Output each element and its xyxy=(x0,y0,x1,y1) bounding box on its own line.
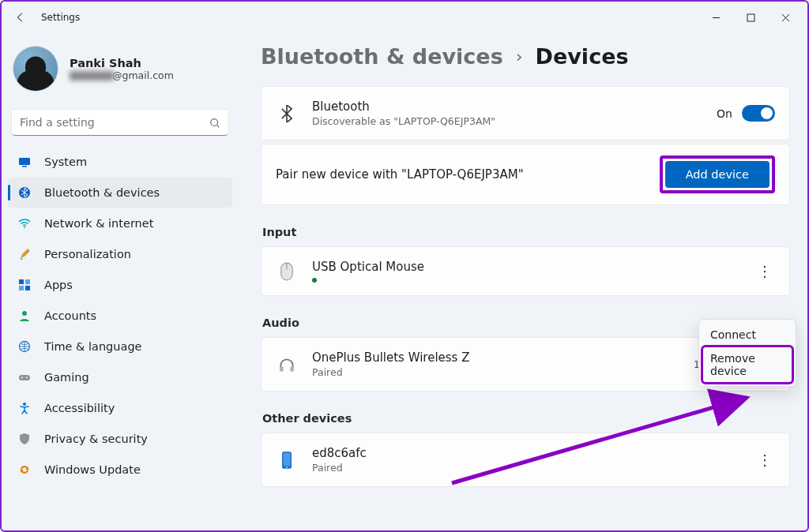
window-title: Settings xyxy=(41,12,80,23)
nav-label: Personalization xyxy=(44,248,131,260)
headphones-icon xyxy=(276,356,298,373)
device-status: Paired xyxy=(312,366,469,378)
device-name: USB Optical Mouse xyxy=(312,260,424,274)
minimize-button[interactable] xyxy=(698,6,733,29)
back-button[interactable] xyxy=(13,9,28,25)
bluetooth-title: Bluetooth xyxy=(312,99,495,114)
nav-label: Network & internet xyxy=(44,217,153,230)
mouse-icon xyxy=(276,262,298,281)
chevron-right-icon: › xyxy=(516,47,523,66)
section-other-label: Other devices xyxy=(262,412,790,425)
bluetooth-subtitle: Discoverable as "LAPTOP-Q6EJP3AM" xyxy=(312,115,495,127)
annotation-highlight-add: Add device xyxy=(660,155,775,193)
svg-rect-8 xyxy=(19,286,24,290)
globe-clock-icon xyxy=(17,339,32,354)
sidebar-item-accessibility[interactable]: Accessibility xyxy=(8,393,232,423)
nav-label: Time & language xyxy=(44,340,142,353)
profile-block[interactable]: Panki Shah @gmail.com xyxy=(8,39,232,103)
svg-rect-7 xyxy=(25,279,30,284)
profile-email: @gmail.com xyxy=(70,69,174,81)
settings-window: Settings Panki Shah @gmail.com xyxy=(0,0,809,532)
bluetooth-icon xyxy=(17,185,32,200)
svg-rect-9 xyxy=(25,286,30,290)
menu-item-remove[interactable]: Remove device xyxy=(702,347,792,383)
profile-name: Panki Shah xyxy=(70,57,174,69)
device-row-other[interactable]: ed8c6afc Paired ⋮ xyxy=(261,433,790,487)
pair-device-card: Pair new device with "LAPTOP-Q6EJP3AM" A… xyxy=(261,144,790,205)
bluetooth-glyph-icon xyxy=(276,105,298,122)
section-input-label: Input xyxy=(262,226,790,238)
sidebar-item-bluetooth[interactable]: Bluetooth & devices xyxy=(8,178,232,208)
page-title: Devices xyxy=(536,44,629,69)
sidebar-item-personalization[interactable]: Personalization xyxy=(8,239,232,269)
breadcrumb-parent[interactable]: Bluetooth & devices xyxy=(261,44,503,69)
add-device-button[interactable]: Add device xyxy=(665,161,769,188)
device-status: Paired xyxy=(312,462,367,474)
svg-rect-0 xyxy=(747,14,754,21)
sidebar-item-accounts[interactable]: Accounts xyxy=(8,301,232,331)
sidebar-item-gaming[interactable]: Gaming xyxy=(8,362,232,392)
search-icon xyxy=(209,117,220,128)
svg-rect-2 xyxy=(19,158,30,165)
sidebar-item-system[interactable]: System xyxy=(8,147,232,177)
svg-rect-21 xyxy=(283,453,290,466)
sidebar-item-apps[interactable]: Apps xyxy=(8,270,232,300)
window-controls xyxy=(698,6,803,29)
svg-rect-6 xyxy=(19,279,24,284)
pair-text: Pair new device with "LAPTOP-Q6EJP3AM" xyxy=(276,167,524,182)
breadcrumb: Bluetooth & devices › Devices xyxy=(261,44,790,69)
sidebar-item-time[interactable]: Time & language xyxy=(8,332,232,362)
nav-label: Bluetooth & devices xyxy=(44,186,160,199)
search-field[interactable] xyxy=(20,116,203,129)
sidebar-item-privacy[interactable]: Privacy & security xyxy=(8,424,232,454)
nav-label: Windows Update xyxy=(44,463,141,476)
svg-point-22 xyxy=(286,466,288,468)
bluetooth-toggle[interactable] xyxy=(742,105,775,122)
device-context-menu: Connect Remove device xyxy=(698,319,796,387)
nav-label: Accounts xyxy=(44,309,96,322)
svg-point-13 xyxy=(21,377,23,379)
device-row-mouse[interactable]: USB Optical Mouse ⋮ xyxy=(261,246,790,296)
avatar xyxy=(13,46,58,92)
more-button[interactable]: ⋮ xyxy=(754,450,775,470)
nav: System Bluetooth & devices Network & int… xyxy=(8,147,232,485)
svg-point-14 xyxy=(26,377,28,379)
sidebar: Panki Shah @gmail.com System Bluetooth &… xyxy=(2,33,239,530)
gamepad-icon xyxy=(17,370,32,384)
nav-label: Gaming xyxy=(44,371,89,384)
phone-icon xyxy=(276,451,298,470)
nav-label: System xyxy=(44,155,87,168)
more-button[interactable]: ⋮ xyxy=(754,261,775,282)
toggle-state-label: On xyxy=(717,107,732,120)
maximize-button[interactable] xyxy=(733,6,768,29)
menu-item-connect[interactable]: Connect xyxy=(702,323,792,347)
device-name: ed8c6afc xyxy=(312,446,367,460)
sidebar-item-network[interactable]: Network & internet xyxy=(8,208,232,238)
shield-icon xyxy=(17,432,32,446)
brush-icon xyxy=(17,247,32,261)
svg-point-5 xyxy=(24,227,25,228)
email-redacted xyxy=(70,71,114,81)
nav-label: Apps xyxy=(44,279,73,291)
status-dot-connected xyxy=(312,278,317,283)
svg-rect-12 xyxy=(19,375,30,380)
person-icon xyxy=(17,309,32,323)
system-icon xyxy=(17,155,32,169)
nav-label: Privacy & security xyxy=(44,433,148,445)
apps-icon xyxy=(17,278,32,292)
update-icon xyxy=(17,463,32,477)
titlebar: Settings xyxy=(2,2,807,33)
wifi-icon xyxy=(17,216,32,230)
bluetooth-toggle-card: Bluetooth Discoverable as "LAPTOP-Q6EJP3… xyxy=(261,86,790,140)
device-name: OnePlus Bullets Wireless Z xyxy=(312,350,469,365)
svg-rect-18 xyxy=(280,366,283,372)
close-button[interactable] xyxy=(768,6,803,29)
svg-point-15 xyxy=(23,403,26,406)
svg-point-10 xyxy=(22,311,27,316)
nav-label: Accessibility xyxy=(44,402,115,414)
search-input[interactable] xyxy=(11,109,229,136)
svg-rect-3 xyxy=(22,166,27,167)
sidebar-item-update[interactable]: Windows Update xyxy=(8,455,232,485)
svg-point-1 xyxy=(211,119,218,126)
accessibility-icon xyxy=(17,401,32,415)
